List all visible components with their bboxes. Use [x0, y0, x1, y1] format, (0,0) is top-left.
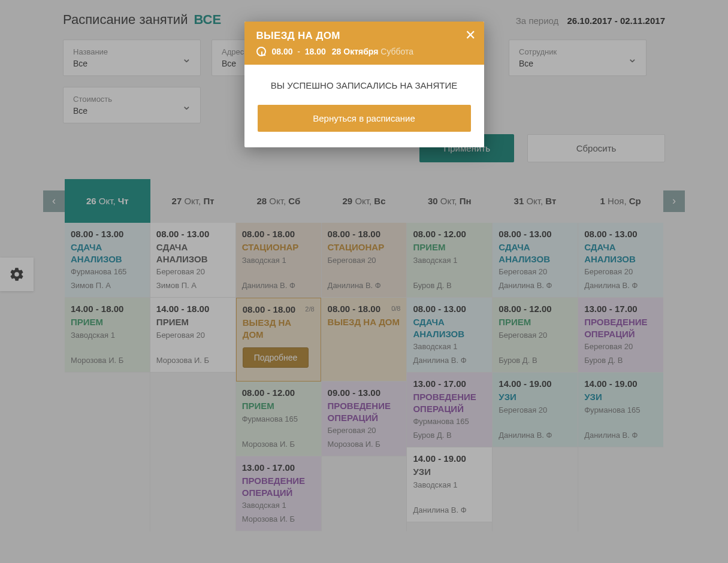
back-to-schedule-button[interactable]: Вернуться в расписание — [258, 105, 471, 132]
clock-icon — [256, 47, 266, 56]
close-icon: ✕ — [465, 28, 476, 43]
modal-title: ВЫЕЗД НА ДОМ — [256, 30, 472, 42]
success-modal: ВЫЕЗД НА ДОМ 08.00 - 18.00 28 Октября Су… — [244, 22, 484, 147]
modal-message: ВЫ УСПЕШНО ЗАПИСАЛИСЬ НА ЗАНЯТИЕ — [258, 80, 471, 90]
modal-close-button[interactable]: ✕ — [465, 28, 476, 43]
